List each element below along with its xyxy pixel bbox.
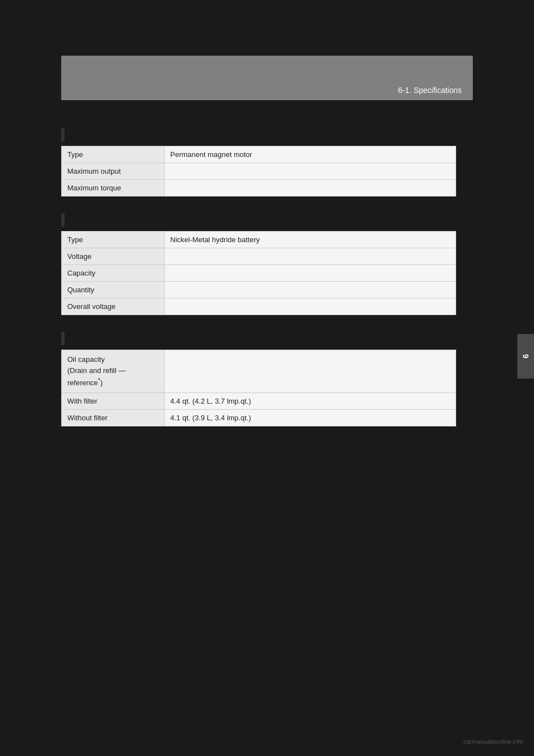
battery-table: Type Nickel-Metal hydride battery Voltag…	[61, 231, 456, 315]
motor-max-output-value	[165, 163, 456, 180]
motor-max-output-label: Maximum output	[62, 163, 165, 180]
battery-quantity-label: Quantity	[62, 282, 165, 298]
table-row: Quantity	[62, 282, 456, 298]
battery-capacity-value	[165, 265, 456, 282]
oil-with-filter-label: With filter	[62, 392, 165, 409]
table-row: Voltage	[62, 248, 456, 265]
side-tab: 6	[517, 334, 534, 379]
oil-capacity-drain-label: Oil capacity(Drain and refill —reference…	[62, 350, 165, 393]
oil-capacity-drain-value	[165, 350, 456, 393]
battery-type-label: Type	[62, 232, 165, 248]
content-area: Type Permanent magnet motor Maximum outp…	[61, 111, 456, 438]
motor-type-value: Permanent magnet motor	[165, 146, 456, 163]
engine-oil-table: Oil capacity(Drain and refill —reference…	[61, 350, 456, 426]
battery-section-header	[61, 213, 456, 227]
motor-type-label: Type	[62, 146, 165, 163]
motor-section-indicator	[61, 128, 65, 141]
table-row: With filter 4.4 qt. (4.2 L, 3.7 lmp.qt.)	[62, 392, 456, 409]
engine-oil-section-header	[61, 332, 456, 345]
header-title: 6-1. Specifications	[398, 86, 462, 95]
battery-overall-voltage-label: Overall voltage	[62, 298, 165, 315]
battery-quantity-value	[165, 282, 456, 298]
table-row: Maximum output	[62, 163, 456, 180]
motor-max-torque-label: Maximum torque	[62, 180, 165, 197]
watermark-text: carmanualsonline.info	[463, 738, 523, 745]
battery-overall-voltage-value	[165, 298, 456, 315]
oil-without-filter-value: 4.1 qt. (3.9 L, 3.4 lmp.qt.)	[165, 409, 456, 426]
battery-type-value: Nickel-Metal hydride battery	[165, 232, 456, 248]
table-row: Type Nickel-Metal hydride battery	[62, 232, 456, 248]
engine-oil-section-indicator	[61, 332, 65, 345]
table-row: Capacity	[62, 265, 456, 282]
motor-table: Type Permanent magnet motor Maximum outp…	[61, 146, 456, 197]
battery-section-indicator	[61, 213, 65, 227]
motor-max-torque-value	[165, 180, 456, 197]
table-row: Overall voltage	[62, 298, 456, 315]
watermark: carmanualsonline.info	[463, 738, 523, 745]
oil-without-filter-label: Without filter	[62, 409, 165, 426]
page-container: 6-1. Specifications 6 Type Permanent mag…	[0, 0, 534, 756]
battery-voltage-value	[165, 248, 456, 265]
table-row: Without filter 4.1 qt. (3.9 L, 3.4 lmp.q…	[62, 409, 456, 426]
battery-voltage-label: Voltage	[62, 248, 165, 265]
header-bar: 6-1. Specifications	[61, 56, 473, 100]
table-row: Maximum torque	[62, 180, 456, 197]
table-row: Oil capacity(Drain and refill —reference…	[62, 350, 456, 393]
side-tab-label: 6	[521, 354, 530, 359]
oil-with-filter-value: 4.4 qt. (4.2 L, 3.7 lmp.qt.)	[165, 392, 456, 409]
motor-section-header	[61, 128, 456, 141]
battery-capacity-label: Capacity	[62, 265, 165, 282]
table-row: Type Permanent magnet motor	[62, 146, 456, 163]
